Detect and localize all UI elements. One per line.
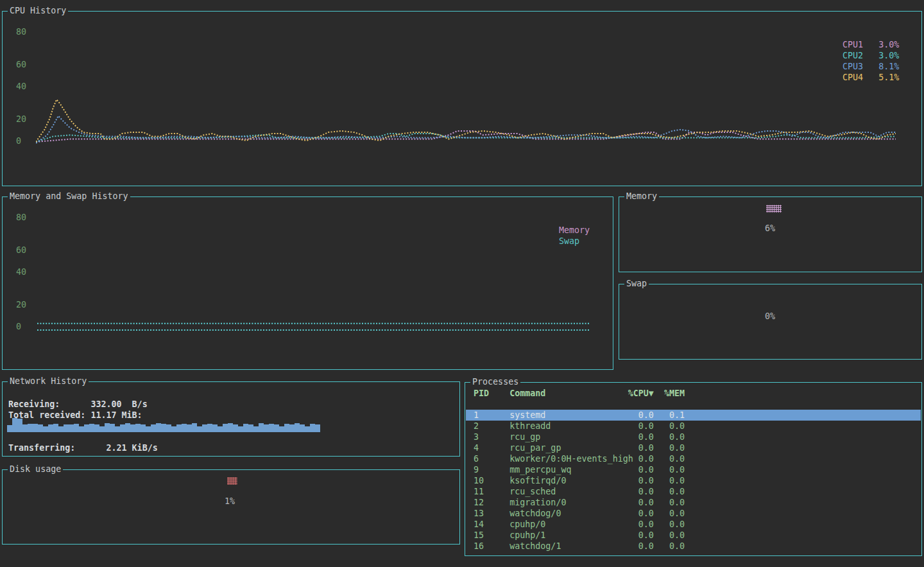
process-row[interactable]: 9 mm_percpu_wq 0.0 0.0 [466,464,921,475]
swap-gauge-title: Swap [624,279,649,288]
memory-swap-legend-item: Memory [559,225,590,236]
process-row[interactable]: 15 cpuhp/1 0.0 0.0 [466,530,921,541]
swap-percent-label: 0% [765,312,775,321]
network-transferring-line: Transferring: 2.21 KiB/s [8,442,158,453]
disk-usage-dots [227,477,237,485]
process-row[interactable]: 2 kthreadd 0.0 0.0 [466,421,921,432]
y-tick: 40 [16,82,26,91]
memory-gauge-title: Memory [624,191,659,201]
cpu-history-chart [36,91,896,148]
network-receive-sparkline [7,418,320,432]
y-tick: 60 [16,246,26,255]
process-row[interactable]: 10 ksoftirqd/0 0.0 0.0 [466,475,921,486]
process-row[interactable]: 11 rcu_sched 0.0 0.0 [466,486,921,497]
processes-title: Processes [470,377,520,387]
processes-panel: Processes PID Command %CPU▼ %MEM 1 syste… [465,382,922,556]
memory-swap-legend-item: Swap [559,236,590,247]
cpu-legend: CPU1 3.0%CPU2 3.0%CPU3 8.1%CPU4 5.1% [843,39,899,83]
network-history-panel: Network History Receiving: 332.00 B/s To… [2,381,460,457]
swap-gauge-panel: Swap 0% [619,284,922,360]
disk-usage-title: Disk usage [8,464,63,474]
network-receiving-line: Receiving: 332.00 B/s [8,399,148,410]
disk-usage-panel: Disk usage 1% [2,469,460,545]
memory-swap-history-chart [37,318,590,335]
memory-swap-y-axis: 806040200 [3,197,613,369]
memory-gauge-dots [766,205,782,213]
process-row[interactable]: 14 cpuhp/0 0.0 0.0 [466,519,921,530]
process-row[interactable]: 1 systemd 0.0 0.1 [466,410,921,421]
y-tick: 80 [16,28,26,37]
process-row[interactable]: 13 watchdog/0 0.0 0.0 [466,508,921,519]
cpu-legend-item: CPU1 3.0% [843,39,899,50]
processes-header-row[interactable]: PID Command %CPU▼ %MEM [466,388,921,399]
process-row[interactable]: 12 migration/0 0.0 0.0 [466,497,921,508]
y-tick: 0 [16,322,21,331]
y-tick: 80 [16,213,26,222]
memory-swap-legend: MemorySwap [559,225,590,247]
disk-percent-label: 1% [225,497,235,506]
y-tick: 0 [16,137,21,146]
processes-table: 1 systemd 0.0 0.12 kthreadd 0.0 0.03 rcu… [466,410,921,552]
memory-gauge-panel: Memory 6% [619,196,922,272]
y-tick: 40 [16,268,26,277]
cpu-legend-item: CPU3 8.1% [843,61,899,72]
process-row[interactable]: 6 kworker/0:0H-events_high 0.0 0.0 [466,453,921,464]
network-history-title: Network History [8,376,89,386]
process-row[interactable]: 3 rcu_gp 0.0 0.0 [466,432,921,442]
y-tick: 20 [16,301,26,310]
cpu-legend-item: CPU2 3.0% [843,50,899,61]
cpu-history-panel: CPU History 806040200 CPU1 3.0%CPU2 3.0%… [2,11,922,186]
memory-swap-history-panel: Memory and Swap History 806040200 Memory… [2,196,613,370]
process-row[interactable]: 16 watchdog/1 0.0 0.0 [466,541,921,552]
y-tick: 60 [16,60,26,69]
cpu-legend-item: CPU4 5.1% [843,72,899,83]
memory-percent-label: 6% [765,224,775,233]
process-row[interactable]: 4 rcu_par_gp 0.0 0.0 [466,442,921,453]
y-tick: 20 [16,115,26,124]
